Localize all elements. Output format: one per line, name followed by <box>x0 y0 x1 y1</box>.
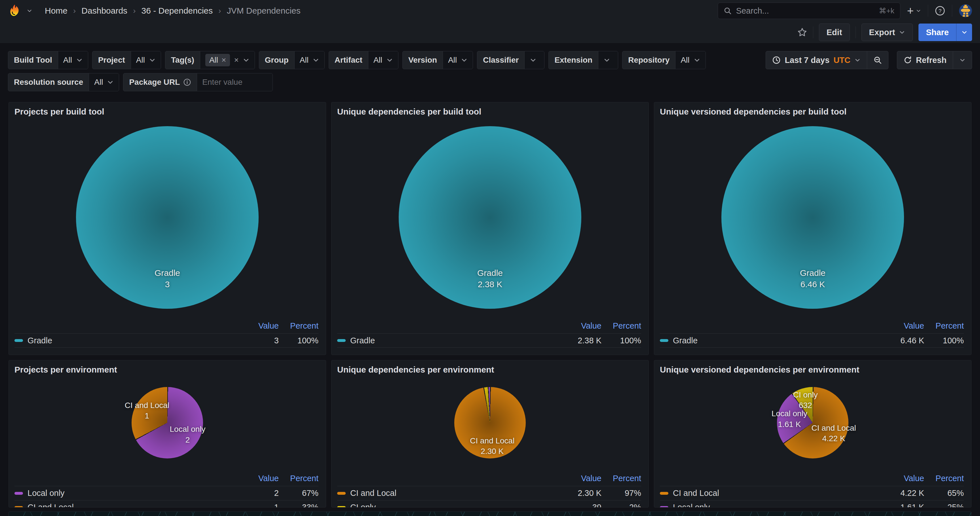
breadcrumb-item[interactable]: Dashboards <box>81 6 127 16</box>
filter-value-dropdown[interactable] <box>598 51 618 69</box>
panel: Unique versioned dependencies per build … <box>654 102 972 355</box>
series-name[interactable]: CI only <box>350 503 553 508</box>
filter-label-text: Resolution source <box>14 78 83 87</box>
pie[interactable]: CI and Local2.30 K <box>454 387 526 459</box>
series-percent: 100% <box>924 336 964 345</box>
share-button[interactable]: Share <box>918 24 956 41</box>
panel-title[interactable]: Unique versioned dependencies per enviro… <box>654 360 971 375</box>
share-button-group: Share <box>918 24 972 41</box>
filter-value-dropdown[interactable]: All <box>443 51 473 69</box>
pie[interactable]: Gradle2.38 K <box>399 126 581 309</box>
package-url-input[interactable] <box>202 78 267 87</box>
series-name[interactable]: Gradle <box>350 336 553 345</box>
search-icon <box>724 7 732 15</box>
series-name[interactable]: CI and Local <box>350 489 553 498</box>
pie[interactable]: Gradle6.46 K <box>721 126 904 309</box>
legend-header-value[interactable]: Value <box>553 321 601 330</box>
pie[interactable]: Local only2CI and Local1 <box>132 387 203 459</box>
breadcrumb-item[interactable]: Home <box>45 6 67 16</box>
time-range-picker[interactable]: Last 7 days UTC <box>765 51 867 69</box>
filter-label: Extension <box>549 51 598 69</box>
remove-tag-icon[interactable]: × <box>221 56 226 65</box>
search-input[interactable]: Search... ⌘+k <box>718 3 900 19</box>
filter-value-dropdown[interactable]: All <box>294 51 325 69</box>
pie-slice-name: CI only <box>793 389 818 400</box>
series-name[interactable]: Local only <box>673 503 876 508</box>
divider <box>928 5 928 17</box>
pie[interactable]: CI and Local4.22 KLocal only1.61 KCI onl… <box>777 387 848 459</box>
series-color-swatch <box>660 492 668 495</box>
breadcrumb-item[interactable]: 36 - Dependencies <box>141 6 213 16</box>
filter-value: All <box>94 78 103 87</box>
legend-header-percent[interactable]: Percent <box>279 321 318 330</box>
legend-header-percent[interactable]: Percent <box>601 474 641 483</box>
filter-value-dropdown[interactable]: All <box>131 51 161 69</box>
pie-chart: CI and Local4.22 KLocal only1.61 KCI onl… <box>654 375 971 471</box>
panel-title[interactable]: Projects per environment <box>9 360 326 375</box>
chevron-down-icon <box>76 57 83 64</box>
panel-title[interactable]: Unique dependencies per build tool <box>331 102 649 116</box>
grafana-logo[interactable] <box>8 4 22 17</box>
filter-value-dropdown[interactable] <box>524 51 544 69</box>
favorite-star-icon[interactable] <box>797 27 807 37</box>
refresh-button[interactable]: Refresh <box>897 51 953 69</box>
filter-value-dropdown[interactable]: All <box>675 51 705 69</box>
chevron-down-icon <box>854 57 861 63</box>
series-name[interactable]: Gradle <box>27 336 231 345</box>
export-label: Export <box>869 28 895 37</box>
legend-header-percent[interactable]: Percent <box>924 474 964 483</box>
clear-all-icon[interactable]: × <box>234 56 239 65</box>
panel-title[interactable]: Projects per build tool <box>9 102 326 116</box>
chevron-down-icon <box>243 57 250 64</box>
pie-slice-label: Local only1.61 K <box>772 408 807 430</box>
series-value: 1 <box>231 503 279 508</box>
pie-slice-value: 2.38 K <box>477 279 503 290</box>
add-new-button[interactable]: + <box>907 5 921 16</box>
selected-tag-pill[interactable]: All× <box>205 54 230 66</box>
series-name[interactable]: CI and Local <box>27 503 231 508</box>
legend-header-value[interactable]: Value <box>876 321 924 330</box>
filter-resolution-source: Resolution sourceAll <box>8 73 119 91</box>
user-avatar[interactable] <box>959 4 972 17</box>
filter-value-dropdown[interactable]: All <box>58 51 88 69</box>
filter-label-text: Classifier <box>483 56 519 65</box>
pie-slice-name: CI and Local <box>125 400 169 411</box>
filter-label: Package URL <box>123 73 197 91</box>
org-switcher-chevron-icon[interactable] <box>27 8 32 14</box>
series-percent: 33% <box>279 503 318 508</box>
legend-header-value[interactable]: Value <box>553 474 601 483</box>
breadcrumb-separator: › <box>73 6 76 15</box>
panel-title[interactable]: Unique versioned dependencies per build … <box>654 102 971 116</box>
legend-header-value[interactable]: Value <box>876 474 924 483</box>
help-button[interactable]: ? <box>935 6 945 16</box>
series-name[interactable]: Gradle <box>673 336 876 345</box>
pie[interactable]: Gradle3 <box>76 126 259 309</box>
refresh-interval-dropdown[interactable] <box>953 51 972 69</box>
legend-header-value[interactable]: Value <box>231 474 279 483</box>
legend-header-value[interactable]: Value <box>231 321 279 330</box>
info-icon[interactable] <box>183 78 191 86</box>
series-color-swatch <box>337 506 346 508</box>
filter-extension: Extension <box>549 51 618 69</box>
export-button[interactable]: Export <box>861 24 913 41</box>
legend-header-percent[interactable]: Percent <box>279 474 318 483</box>
series-name[interactable]: Local only <box>27 489 231 498</box>
series-name[interactable]: CI and Local <box>673 489 876 498</box>
filter-value-dropdown[interactable] <box>197 73 272 91</box>
filter-value-dropdown[interactable]: All <box>368 51 398 69</box>
share-dropdown-button[interactable] <box>956 24 972 41</box>
svg-text:?: ? <box>939 8 942 14</box>
pie-slice-value: 6.46 K <box>800 279 826 290</box>
breadcrumb-item[interactable]: JVM Dependencies <box>227 6 301 16</box>
chevron-down-icon <box>694 57 700 64</box>
pie-slice-value: 3 <box>154 279 180 290</box>
panel-title[interactable]: Unique dependencies per environment <box>331 360 649 375</box>
filter-value-dropdown[interactable]: All×× <box>200 51 255 69</box>
zoom-out-button[interactable] <box>867 51 888 69</box>
filter-group: GroupAll <box>259 51 325 69</box>
edit-button[interactable]: Edit <box>819 24 850 41</box>
legend-header-percent[interactable]: Percent <box>601 321 641 330</box>
top-nav: Home›Dashboards›36 - Dependencies›JVM De… <box>0 0 980 22</box>
filter-value-dropdown[interactable]: All <box>89 73 119 91</box>
legend-header-percent[interactable]: Percent <box>924 321 964 330</box>
